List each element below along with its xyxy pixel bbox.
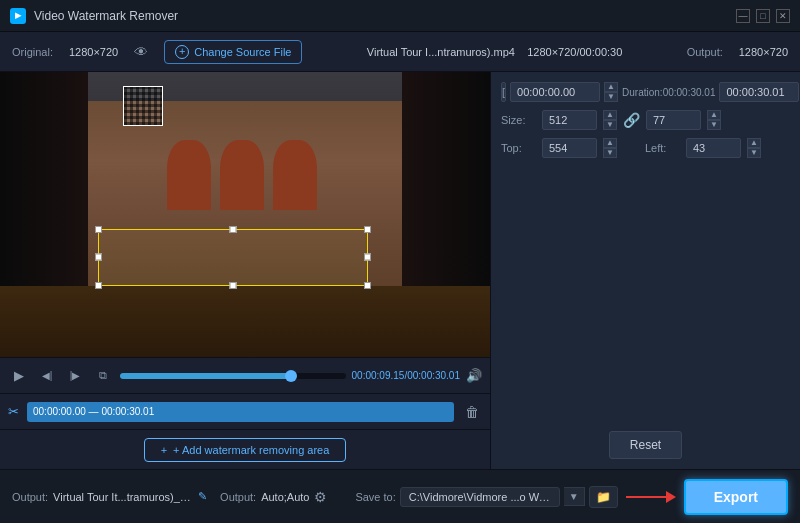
time-row: [ ▲ ▼ Duration:00:00:30.01 ▲ ▼ ] [501, 82, 790, 102]
add-watermark-button[interactable]: + + Add watermark removing area [144, 438, 347, 462]
output-format: Auto;Auto [261, 491, 309, 503]
width-down-button[interactable]: ▼ [603, 120, 617, 130]
height-spinner: ▲ ▼ [707, 110, 721, 130]
arch-1 [167, 140, 211, 210]
clip-range: 00:00:00.00 — 00:00:30.01 [27, 402, 454, 422]
bottom-bar: Output: Virtual Tour It...tramuros)_D.mp… [0, 469, 800, 523]
next-frame-button[interactable]: |▶ [64, 365, 86, 387]
scissors-icon: ✂ [8, 404, 19, 419]
selection-box[interactable] [98, 229, 368, 286]
add-watermark-area: + + Add watermark removing area [0, 429, 490, 469]
dropdown-button[interactable]: ▼ [564, 487, 585, 506]
time-down-button[interactable]: ▼ [604, 92, 618, 102]
clip-row: ✂ 00:00:00.00 — 00:00:30.01 🗑 [0, 393, 490, 429]
top-down-button[interactable]: ▼ [603, 148, 617, 158]
handle-mid-right[interactable] [364, 254, 371, 261]
left-label: Left: [645, 142, 680, 154]
arrow-head [666, 491, 676, 503]
time-display: 00:00:09.15/00:00:30.01 [352, 370, 460, 381]
handle-mid-left[interactable] [95, 254, 102, 261]
title-bar: ▶ Video Watermark Remover — □ ✕ [0, 0, 800, 32]
handle-top-center[interactable] [229, 226, 236, 233]
handle-top-left[interactable] [95, 226, 102, 233]
left-spinner: ▲ ▼ [747, 138, 761, 158]
original-resolution: 1280×720 [69, 46, 118, 58]
output-section: Output: Virtual Tour It...tramuros)_D.mp… [12, 489, 347, 505]
delete-clip-button[interactable]: 🗑 [462, 402, 482, 422]
duration-end-input[interactable] [719, 82, 799, 102]
saveto-label: Save to: [355, 491, 395, 503]
reset-button[interactable]: Reset [609, 431, 682, 459]
height-input[interactable] [646, 110, 701, 130]
time-spinner: ▲ ▼ [604, 82, 618, 102]
change-source-button[interactable]: + Change Source File [164, 40, 302, 64]
window-controls: — □ ✕ [736, 9, 790, 23]
time-start-input[interactable] [510, 82, 600, 102]
top-left-row: Top: ▲ ▼ Left: ▲ ▼ [501, 138, 790, 158]
saveto-path: C:\Vidmore\Vidmore ...o Watermark Remove… [400, 487, 560, 507]
size-row: Size: ▲ ▼ 🔗 ▲ ▼ [501, 110, 790, 130]
loop-button[interactable]: ⧉ [92, 365, 114, 387]
main-content: ▶ ◀| |▶ ⧉ 00:00:09.15/00:00:30.01 🔊 ✂ 00… [0, 72, 800, 469]
video-area: ▶ ◀| |▶ ⧉ 00:00:09.15/00:00:30.01 🔊 ✂ 00… [0, 72, 490, 469]
duration-label: Duration:00:00:30.01 [622, 87, 715, 98]
output-label-2: Output: [220, 491, 256, 503]
top-label: Top: [501, 142, 536, 154]
arch-3 [273, 140, 317, 210]
export-button[interactable]: Export [684, 479, 788, 515]
arrow-container [626, 491, 676, 503]
width-up-button[interactable]: ▲ [603, 110, 617, 120]
top-up-button[interactable]: ▲ [603, 138, 617, 148]
prev-frame-button[interactable]: ◀| [36, 365, 58, 387]
ground [0, 286, 490, 357]
size-label: Size: [501, 114, 536, 126]
file-info: Virtual Tour I...ntramuros).mp4 1280×720… [318, 46, 670, 58]
time-up-button[interactable]: ▲ [604, 82, 618, 92]
progress-bar[interactable] [120, 373, 346, 379]
play-button[interactable]: ▶ [8, 365, 30, 387]
arrow-line [626, 496, 666, 498]
saveto-section: Save to: C:\Vidmore\Vidmore ...o Waterma… [355, 486, 617, 508]
output-filename: Virtual Tour It...tramuros)_D.mp4 [53, 491, 193, 503]
maximize-button[interactable]: □ [756, 9, 770, 23]
handle-bottom-center[interactable] [229, 282, 236, 289]
bracket-start-button[interactable]: [ [501, 82, 506, 102]
eye-icon[interactable]: 👁 [134, 44, 148, 60]
add-watermark-label: + Add watermark removing area [173, 444, 329, 456]
video-preview[interactable] [0, 72, 490, 357]
original-label: Original: [12, 46, 53, 58]
output-label-1: Output: [12, 491, 48, 503]
top-input[interactable] [542, 138, 597, 158]
close-button[interactable]: ✕ [776, 9, 790, 23]
width-input[interactable] [542, 110, 597, 130]
height-up-button[interactable]: ▲ [707, 110, 721, 120]
gear-icon[interactable]: ⚙ [314, 489, 327, 505]
app-title: Video Watermark Remover [34, 9, 728, 23]
left-up-button[interactable]: ▲ [747, 138, 761, 148]
left-down-button[interactable]: ▼ [747, 148, 761, 158]
plus-circle-icon: + [175, 45, 189, 59]
left-input[interactable] [686, 138, 741, 158]
app-icon: ▶ [10, 8, 26, 24]
handle-top-right[interactable] [364, 226, 371, 233]
progress-fill [120, 373, 291, 379]
progress-thumb[interactable] [285, 370, 297, 382]
qr-watermark [123, 86, 163, 126]
handle-bottom-left[interactable] [95, 282, 102, 289]
output-resolution: 1280×720 [739, 46, 788, 58]
top-bar: Original: 1280×720 👁 + Change Source Fil… [0, 32, 800, 72]
handle-bottom-right[interactable] [364, 282, 371, 289]
link-icon[interactable]: 🔗 [623, 112, 640, 128]
edit-icon[interactable]: ✎ [198, 490, 207, 503]
minimize-button[interactable]: — [736, 9, 750, 23]
height-down-button[interactable]: ▼ [707, 120, 721, 130]
plus-icon: + [161, 444, 167, 456]
arch-2 [220, 140, 264, 210]
folder-button[interactable]: 📁 [589, 486, 618, 508]
controls-bar: ▶ ◀| |▶ ⧉ 00:00:09.15/00:00:30.01 🔊 [0, 357, 490, 393]
volume-icon[interactable]: 🔊 [466, 368, 482, 383]
top-spinner: ▲ ▼ [603, 138, 617, 158]
video-scene [0, 72, 490, 357]
width-spinner: ▲ ▼ [603, 110, 617, 130]
right-panel: [ ▲ ▼ Duration:00:00:30.01 ▲ ▼ ] Size: ▲… [490, 72, 800, 469]
